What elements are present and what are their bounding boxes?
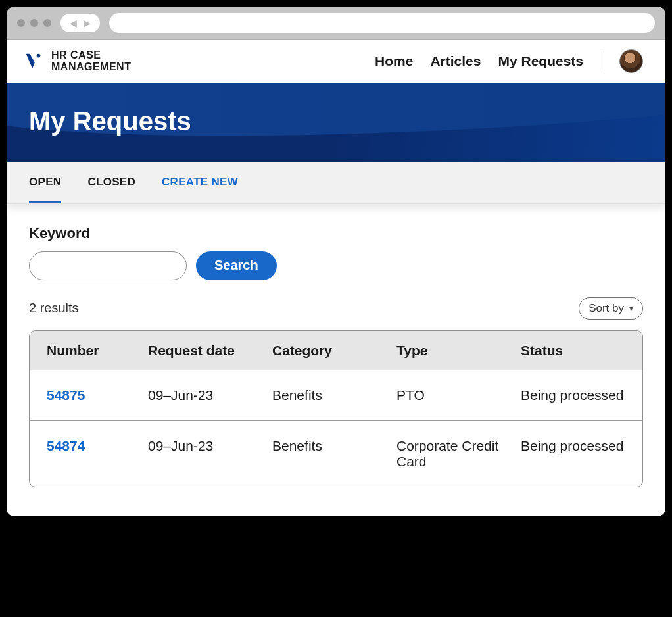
chevron-down-icon: ▾ [629,304,633,313]
content-area: Keyword Search 2 results Sort by ▾ Numbe… [7,204,665,516]
nav-divider [602,51,602,71]
avatar[interactable] [619,49,643,73]
table-header: Number Request date Category Type Status [30,331,642,370]
sort-by-button[interactable]: Sort by ▾ [579,297,643,320]
close-icon[interactable] [17,19,25,27]
th-status: Status [521,343,625,358]
tab-closed[interactable]: CLOSED [87,162,135,203]
nav-articles[interactable]: Articles [430,53,481,69]
th-category: Category [272,343,394,358]
cell-category: Benefits [272,438,394,470]
cell-status: Being processed [521,387,625,403]
requests-table: Number Request date Category Type Status… [29,330,643,487]
app-header: HR CASE MANAGEMENT Home Articles My Requ… [7,40,665,83]
cell-type: Corporate Credit Card [396,438,518,470]
brand-line2: MANAGEMENT [51,61,131,73]
minimize-icon[interactable] [30,19,38,27]
traffic-lights [17,19,51,27]
app-window: ◀ ▶ HR CASE MANAGEMENT Home Articles My … [7,7,665,516]
results-count: 2 results [29,301,79,316]
cell-type: PTO [396,387,518,403]
th-number: Number [47,343,145,358]
nav-arrows: ◀ ▶ [60,14,100,32]
brand: HR CASE MANAGEMENT [24,49,131,74]
cell-request-date: 09–Jun-23 [148,387,270,403]
cell-status: Being processed [521,438,625,470]
search-button[interactable]: Search [196,251,277,280]
sort-by-label: Sort by [588,302,624,315]
cell-category: Benefits [272,387,394,403]
svg-point-0 [37,54,41,58]
browser-chrome: ◀ ▶ [7,7,665,40]
table-row: 54874 09–Jun-23 Benefits Corporate Credi… [30,420,642,487]
table-row: 54875 09–Jun-23 Benefits PTO Being proce… [30,370,642,420]
page-title: My Requests [29,107,643,136]
maximize-icon[interactable] [43,19,51,27]
url-bar[interactable] [109,13,655,33]
tabs-bar: OPEN CLOSED CREATE NEW [7,162,665,204]
back-icon[interactable]: ◀ [70,18,77,28]
request-number-link[interactable]: 54875 [47,387,145,403]
nav-my-requests[interactable]: My Requests [498,53,583,69]
nav-home[interactable]: Home [375,53,413,69]
keyword-label: Keyword [29,225,643,242]
tab-open[interactable]: OPEN [29,162,61,203]
tab-create-new[interactable]: CREATE NEW [162,162,238,203]
cell-request-date: 09–Jun-23 [148,438,270,470]
brand-line1: HR CASE [51,49,131,61]
main-nav: Home Articles My Requests [375,49,643,73]
brand-logo-icon [24,51,43,71]
brand-title: HR CASE MANAGEMENT [51,49,131,74]
th-type: Type [396,343,518,358]
table-body: 54875 09–Jun-23 Benefits PTO Being proce… [30,370,642,487]
search-row: Search [29,251,643,280]
results-row: 2 results Sort by ▾ [29,297,643,320]
hero-banner: My Requests [7,83,665,162]
keyword-input[interactable] [29,251,187,280]
request-number-link[interactable]: 54874 [47,438,145,470]
forward-icon[interactable]: ▶ [84,18,91,28]
th-request-date: Request date [148,343,270,358]
